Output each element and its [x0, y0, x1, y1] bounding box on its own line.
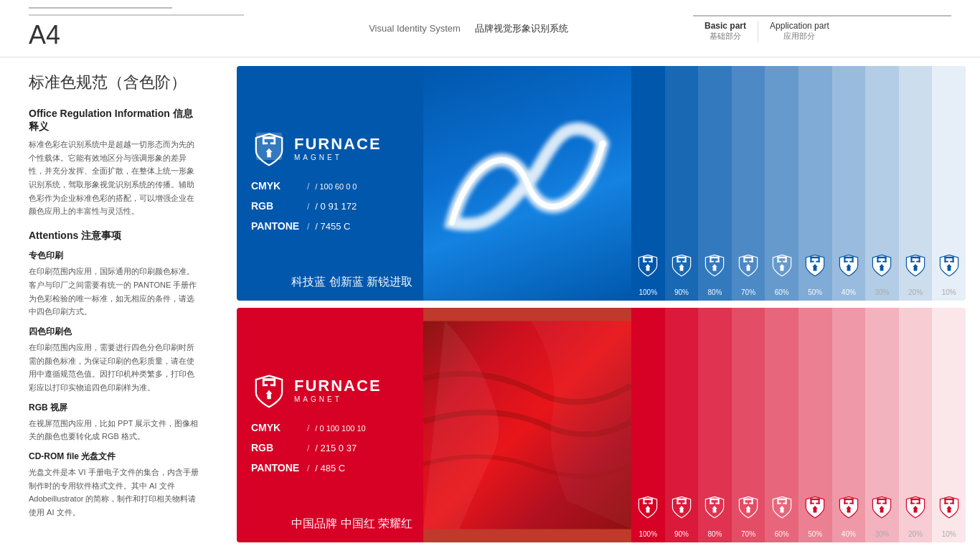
red-logo-text: FURNACE MAGNET — [294, 378, 382, 403]
sub4-text: 光盘文件是本 VI 手册电子文件的集合，内含手册制作时的专用软件格式文件。其中 … — [29, 466, 201, 519]
swatch-label-3: 70% — [732, 283, 765, 301]
swatch-label-4: 60% — [765, 283, 798, 301]
svg-rect-45 — [877, 261, 881, 263]
swatch-7 — [865, 66, 899, 283]
svg-rect-4 — [263, 142, 268, 144]
swatch-6 — [832, 66, 866, 283]
swatch-label-8: 20% — [899, 283, 933, 301]
svg-rect-72 — [682, 503, 686, 504]
swatch-label-8: 20% — [899, 525, 933, 542]
swatch-2 — [698, 308, 732, 525]
svg-rect-16 — [682, 261, 686, 263]
svg-rect-106 — [910, 503, 914, 504]
blue-logo-text: FURNACE MAGNET — [294, 136, 382, 161]
main: 标准色规范（含色阶） Office Regulation Information… — [0, 57, 980, 551]
svg-rect-26 — [749, 261, 753, 263]
svg-rect-15 — [677, 261, 680, 263]
red-color-name: 中国品牌 中国红 荣耀红 — [291, 517, 413, 532]
svg-rect-40 — [844, 261, 847, 263]
swatch-9 — [932, 308, 966, 525]
sidebar-title: 标准色规范（含色阶） — [29, 72, 201, 93]
svg-rect-31 — [783, 261, 786, 263]
svg-rect-112 — [950, 503, 953, 504]
svg-point-6 — [599, 141, 606, 148]
red-logo-area: FURNACE MAGNET — [251, 373, 409, 409]
rgb-label: RGB — [251, 196, 301, 216]
red-swatches-icons-row — [631, 308, 966, 525]
content-area: FURNACE MAGNET CMYK / / 100 60 0 0 RGB /… — [230, 57, 980, 551]
ribbon-svg — [423, 66, 631, 301]
blue-logo-area: FURNACE MAGNET — [251, 131, 409, 167]
svg-rect-60 — [263, 384, 268, 386]
svg-rect-41 — [849, 261, 853, 263]
swatch-8 — [899, 308, 933, 525]
svg-rect-102 — [883, 503, 887, 504]
furnace-magnet-logo-blue — [251, 131, 287, 167]
svg-rect-76 — [710, 503, 714, 504]
svg-rect-111 — [944, 503, 948, 504]
rgb-row-red: RGB / / 215 0 37 — [251, 438, 409, 458]
swatch-label-7: 30% — [865, 283, 899, 301]
sub3-text: 在视屏范围内应用，比如 PPT 展示文件，图像相关的颜色也要转化成 RGB 格式… — [29, 417, 201, 443]
sidebar-section-attentions: Attentions 注意事项 专色印刷 在印刷范围内应用，国际通用的印刷颜色标… — [29, 230, 201, 519]
svg-rect-35 — [811, 261, 814, 263]
sub2-text: 在印刷范围内应用，需要进行四色分色印刷时所需的颜色标准，为保证印刷的色彩质量，请… — [29, 341, 201, 395]
blue-image-area — [423, 66, 631, 301]
pantone-value-red: / 485 C — [315, 459, 345, 478]
magnet-label-red: MAGNET — [294, 395, 382, 403]
sub3-title: RGB 视屏 — [29, 402, 201, 414]
nav-app-en: Application part — [770, 21, 829, 31]
red-swatches-labels-row: 100%90%80%70%60%50%40%30%20%10% — [631, 525, 966, 542]
svg-rect-81 — [743, 503, 747, 504]
svg-rect-107 — [916, 503, 920, 504]
red-color-block: FURNACE MAGNET CMYK / / 0 100 100 10 RGB… — [237, 308, 966, 542]
nav-app[interactable]: Application part 应用部分 — [758, 21, 841, 42]
blue-color-specs: CMYK / / 100 60 0 0 RGB / / 0 91 172 PAN… — [251, 176, 409, 236]
svg-rect-51 — [916, 261, 920, 263]
svg-rect-20 — [710, 261, 714, 263]
blue-specs-panel: FURNACE MAGNET CMYK / / 100 60 0 0 RGB /… — [237, 66, 423, 301]
swatch-label-5: 50% — [798, 283, 832, 301]
swatch-label-3: 70% — [732, 525, 765, 542]
pantone-label-red: PANTONE — [251, 458, 301, 478]
furnace-magnet-logo-red — [251, 373, 287, 409]
sub2-title: 四色印刷色 — [29, 326, 201, 338]
blue-swatches-labels-row: 100%90%80%70%60%50%40%30%20%10% — [631, 283, 966, 301]
svg-rect-55 — [944, 261, 948, 263]
swatch-label-1: 90% — [665, 283, 699, 301]
svg-rect-50 — [910, 261, 914, 263]
nav-basic[interactable]: Basic part 基础部分 — [693, 21, 758, 42]
rgb-value-red: / 215 0 37 — [315, 439, 357, 458]
red-image-area — [423, 308, 631, 542]
swatch-label-2: 80% — [698, 525, 732, 542]
swatch-5 — [798, 66, 832, 283]
swatch-0 — [631, 308, 665, 525]
svg-rect-25 — [743, 261, 747, 263]
cmyk-label-red: CMYK — [251, 418, 301, 438]
swatch-7 — [865, 308, 899, 525]
swatch-label-1: 90% — [665, 525, 699, 542]
nav-vi-cn: 品牌视觉形象识别系统 — [475, 22, 568, 35]
svg-rect-66 — [644, 503, 647, 504]
nav-app-cn: 应用部分 — [783, 31, 815, 42]
svg-rect-36 — [816, 261, 819, 263]
svg-rect-77 — [716, 503, 720, 504]
header-center: Visual Identity System 品牌视觉形象识别系统 — [244, 22, 693, 35]
swatch-4 — [765, 66, 798, 283]
fabric-svg — [423, 308, 631, 542]
svg-rect-21 — [716, 261, 720, 263]
nav-basic-cn: 基础部分 — [710, 31, 741, 42]
sub-special-print: 专色印刷 在印刷范围内应用，国际通用的印刷颜色标准。客户与印厂之间需要有统一的 … — [29, 250, 201, 319]
swatch-label-5: 50% — [798, 525, 832, 542]
swatch-label-0: 100% — [631, 283, 665, 301]
svg-rect-56 — [950, 261, 953, 263]
sub-four-color: 四色印刷色 在印刷范围内应用，需要进行四色分色印刷时所需的颜色标准，为保证印刷的… — [29, 326, 201, 395]
svg-rect-101 — [877, 503, 881, 504]
header-right: Basic part 基础部分 Application part 应用部分 — [693, 15, 951, 42]
red-swatches: 100%90%80%70%60%50%40%30%20%10% — [631, 308, 966, 542]
swatch-3 — [732, 66, 765, 283]
nav-basic-en: Basic part — [705, 21, 746, 31]
rgb-value: / 0 91 172 — [315, 197, 357, 216]
cmyk-value-red: / 0 100 100 10 — [315, 420, 365, 436]
page-id: A4 — [29, 14, 244, 50]
